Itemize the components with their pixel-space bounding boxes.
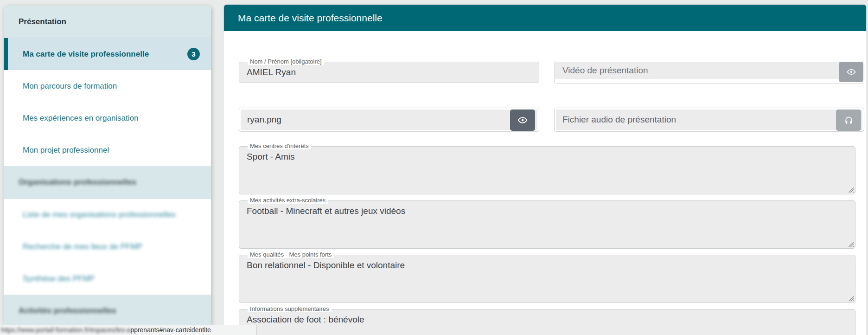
eye-icon [517, 115, 528, 125]
video-field[interactable]: Vidéo de présentation [554, 61, 864, 84]
sidebar-item-experiences-organisation[interactable]: Mes expériences en organisation [4, 102, 211, 134]
status-url-visible: pprenants#nav-carteidentite [130, 326, 211, 334]
section-title-blurred: Activités professionnelles [19, 306, 116, 316]
count-badge: 3 [187, 48, 200, 60]
sidebar-item-label: Mon parcours de formation [23, 82, 117, 91]
section-title: Présentation [19, 17, 66, 26]
resize-handle[interactable] [848, 241, 854, 247]
sidebar-item-carte-de-visite[interactable]: Ma carte de visite professionnelle 3 [4, 38, 211, 70]
form-area: Nom / Prénom [obligatoire] AMIEL Ryan Vi… [224, 31, 866, 335]
headphones-icon [844, 116, 853, 125]
page-title: Ma carte de visite professionnelle [238, 13, 383, 24]
video-field-placeholder[interactable]: Vidéo de présentation [555, 62, 863, 79]
sidebar-item-label-blurred: Liste de mes organisations professionnel… [23, 210, 176, 219]
extra-info-textarea[interactable]: Informations supplémentaires Association… [239, 309, 855, 335]
audio-listen-button[interactable] [836, 110, 861, 131]
qualities-textarea[interactable]: Mes qualités - Mes points forts Bon rela… [239, 255, 855, 303]
sidebar-item-label-blurred: Synthèse des PFMP [23, 274, 95, 283]
sidebar-section-organisations[interactable]: Organisations professionnelles [4, 166, 211, 199]
activities-value: Football - Minecraft et autres jeux vidé… [239, 201, 855, 216]
resize-handle[interactable] [848, 187, 854, 193]
qualities-label: Mes qualités - Mes points forts [248, 251, 334, 258]
sidebar-item-label: Mes expériences en organisation [23, 114, 138, 123]
photo-field-value[interactable]: ryan.png [241, 110, 537, 130]
sidebar-item-parcours-formation[interactable]: Mon parcours de formation [4, 70, 211, 102]
sidebar-item-label: Mon projet professionnel [23, 146, 109, 155]
video-preview-button[interactable] [839, 62, 863, 82]
status-url-blurred: https://www.portail-formation.fr/espaces… [1, 326, 130, 334]
name-field-label: Nom / Prénom [obligatoire] [248, 58, 324, 65]
photo-preview-button[interactable] [510, 110, 535, 131]
sidebar-item-synthese-pfmp[interactable]: Synthèse des PFMP [4, 263, 211, 295]
panel-header: Ma carte de visite professionnelle [224, 5, 866, 31]
main-panel: Ma carte de visite professionnelle Nom /… [224, 5, 868, 335]
extra-info-label: Informations supplémentaires [248, 305, 332, 312]
sidebar-section-activites[interactable]: Activités professionnelles [4, 295, 211, 327]
audio-field-placeholder[interactable]: Fichier audio de présentation [556, 110, 862, 130]
audio-field[interactable]: Fichier audio de présentation [554, 108, 864, 132]
name-field-value: AMIEL Ryan [239, 62, 539, 83]
interests-label: Mes centres d'intérêts [248, 142, 311, 149]
extra-info-value: Association de foot : bénévole [239, 309, 855, 325]
section-title-blurred: Organisations professionnelles [19, 178, 136, 187]
resize-handle[interactable] [848, 296, 854, 301]
activities-label: Mes activités extra-scolaires [248, 197, 328, 204]
sidebar-item-label: Ma carte de visite professionnelle [23, 50, 149, 59]
sidebar: Présentation Ma carte de visite professi… [4, 6, 211, 328]
activities-textarea[interactable]: Mes activités extra-scolaires Football -… [239, 200, 855, 249]
eye-icon [847, 67, 856, 77]
interests-textarea[interactable]: Mes centres d'intérêts Sport - Amis [239, 146, 855, 194]
link-preview-statusbar: https://www.portail-formation.fr/espaces… [0, 325, 257, 335]
sidebar-section-presentation[interactable]: Présentation [4, 6, 211, 38]
sidebar-item-recherche-pfmp[interactable]: Recherche de mes lieux de PFMP [4, 231, 211, 263]
photo-field[interactable]: ryan.png [239, 108, 539, 132]
name-field[interactable]: Nom / Prénom [obligatoire] AMIEL Ryan [239, 62, 539, 83]
interests-value: Sport - Amis [239, 147, 855, 162]
sidebar-item-liste-organisations[interactable]: Liste de mes organisations professionnel… [4, 199, 211, 231]
sidebar-item-projet-professionnel[interactable]: Mon projet professionnel [4, 134, 211, 166]
sidebar-item-label-blurred: Recherche de mes lieux de PFMP [23, 242, 142, 251]
